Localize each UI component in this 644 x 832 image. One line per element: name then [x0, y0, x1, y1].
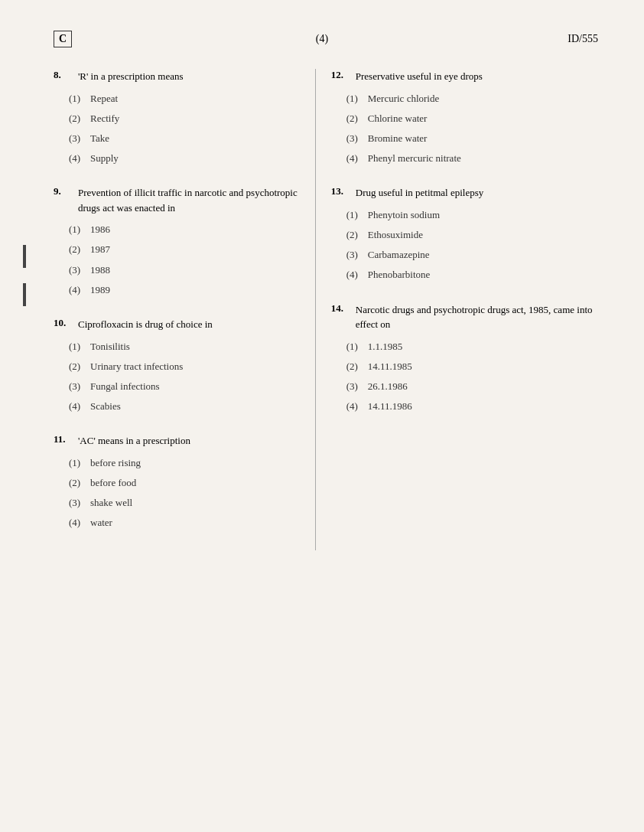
side-mark-2 — [23, 283, 26, 306]
option-12-2-text: Chlorine water — [368, 112, 428, 126]
option-11-4: (4) water — [69, 516, 300, 530]
question-11-options: (1) before rising (2) before food (3) sh… — [69, 456, 300, 530]
option-8-1-num: (1) — [69, 92, 83, 106]
exam-page: C (4) ID/555 8. 'R' in a prescription me… — [0, 0, 644, 832]
option-10-1-text: Tonisilitis — [90, 340, 130, 354]
option-10-3-num: (3) — [69, 380, 83, 393]
question-14-number: 14. — [331, 302, 350, 332]
option-8-1-text: Repeat — [90, 92, 118, 106]
question-13-options: (1) Phenytoin sodium (2) Ethosuximide (3… — [346, 208, 598, 282]
option-12-1-text: Mercuric chloride — [368, 92, 439, 106]
option-14-4-num: (4) — [346, 400, 360, 413]
main-content: 8. 'R' in a prescription means (1) Repea… — [54, 69, 598, 550]
question-9-number: 9. — [54, 185, 72, 215]
option-14-4: (4) 14.11.1986 — [346, 400, 598, 413]
question-9-options: (1) 1986 (2) 1987 (3) 1988 (4) 1989 — [69, 223, 300, 297]
question-12-header: 12. Preservative useful in eye drops — [331, 69, 598, 84]
question-12-text: Preservative useful in eye drops — [356, 69, 483, 84]
option-11-4-text: water — [90, 516, 112, 530]
option-14-4-text: 14.11.1986 — [368, 400, 412, 413]
option-13-3-text: Carbamazepine — [368, 248, 430, 262]
side-mark-1 — [23, 245, 26, 268]
question-11-text: 'AC' means in a prescription — [78, 433, 190, 449]
option-9-4: (4) 1989 — [69, 283, 300, 297]
question-10-number: 10. — [54, 317, 72, 332]
side-marks — [23, 245, 26, 306]
option-14-1-text: 1.1.1985 — [368, 340, 403, 354]
option-13-3: (3) Carbamazepine — [346, 248, 598, 262]
question-10: 10. Ciprofloxacin is drug of choice in (… — [54, 317, 300, 413]
question-9-text: Prevention of illicit traffic in narcoti… — [78, 185, 300, 215]
question-8-text: 'R' in a prescription means — [78, 69, 184, 84]
option-8-2-text: Rectify — [90, 112, 119, 126]
option-10-4-num: (4) — [69, 400, 83, 413]
option-13-3-num: (3) — [346, 248, 360, 262]
question-10-header: 10. Ciprofloxacin is drug of choice in — [54, 317, 300, 332]
question-8: 8. 'R' in a prescription means (1) Repea… — [54, 69, 300, 165]
question-13-header: 13. Drug useful in petitmal epilepsy — [331, 185, 598, 201]
question-14-header: 14. Narcotic drugs and psychotropic drug… — [331, 302, 598, 332]
option-11-2: (2) before food — [69, 476, 300, 490]
question-9-header: 9. Prevention of illicit traffic in narc… — [54, 185, 300, 215]
option-13-4-num: (4) — [346, 268, 360, 282]
option-8-3-text: Take — [90, 132, 109, 145]
option-13-2: (2) Ethosuximide — [346, 228, 598, 242]
question-8-options: (1) Repeat (2) Rectify (3) Take (4) Supp… — [69, 92, 300, 166]
option-12-4-text: Phenyl mercuric nitrate — [368, 152, 461, 165]
question-12-options: (1) Mercuric chloride (2) Chlorine water… — [346, 92, 598, 166]
option-10-2-num: (2) — [69, 360, 83, 374]
question-11: 11. 'AC' means in a prescription (1) bef… — [54, 433, 300, 530]
right-column: 12. Preservative useful in eye drops (1)… — [315, 69, 598, 550]
option-14-1-num: (1) — [346, 340, 360, 354]
option-8-2: (2) Rectify — [69, 112, 300, 126]
option-14-3-text: 26.1.1986 — [368, 380, 408, 393]
option-13-4-text: Phenobarbitone — [368, 268, 431, 282]
option-14-2: (2) 14.11.1985 — [346, 360, 598, 374]
option-11-3-text: shake well — [90, 496, 132, 510]
option-14-1: (1) 1.1.1985 — [346, 340, 598, 354]
option-11-2-num: (2) — [69, 476, 83, 490]
left-column: 8. 'R' in a prescription means (1) Repea… — [54, 69, 315, 550]
option-12-3: (3) Bromine water — [346, 132, 598, 145]
question-8-header: 8. 'R' in a prescription means — [54, 69, 300, 84]
option-11-4-num: (4) — [69, 516, 83, 530]
option-8-1: (1) Repeat — [69, 92, 300, 106]
option-14-3: (3) 26.1.1986 — [346, 380, 598, 393]
question-10-text: Ciprofloxacin is drug of choice in — [78, 317, 213, 332]
option-13-4: (4) Phenobarbitone — [346, 268, 598, 282]
option-10-3: (3) Fungal infections — [69, 380, 300, 393]
option-10-3-text: Fungal infections — [90, 380, 160, 393]
option-12-2: (2) Chlorine water — [346, 112, 598, 126]
option-10-1-num: (1) — [69, 340, 83, 354]
option-10-4: (4) Scabies — [69, 400, 300, 413]
option-13-1-num: (1) — [346, 208, 360, 222]
question-14-text: Narcotic drugs and psychotropic drugs ac… — [356, 302, 598, 332]
option-12-4-num: (4) — [346, 152, 360, 165]
option-11-1-num: (1) — [69, 456, 83, 470]
option-13-2-num: (2) — [346, 228, 360, 242]
option-11-2-text: before food — [90, 476, 136, 490]
question-9: 9. Prevention of illicit traffic in narc… — [54, 185, 300, 297]
option-12-2-num: (2) — [346, 112, 360, 126]
question-13-text: Drug useful in petitmal epilepsy — [356, 185, 484, 201]
header-center: (4) — [316, 33, 328, 45]
question-11-number: 11. — [54, 433, 72, 449]
question-10-options: (1) Tonisilitis (2) Urinary tract infect… — [69, 340, 300, 414]
option-10-2: (2) Urinary tract infections — [69, 360, 300, 374]
option-13-2-text: Ethosuximide — [368, 228, 423, 242]
header-box: C — [54, 31, 72, 47]
option-8-2-num: (2) — [69, 112, 83, 126]
option-13-1: (1) Phenytoin sodium — [346, 208, 598, 222]
option-11-3-num: (3) — [69, 496, 83, 510]
option-9-1-text: 1986 — [90, 223, 110, 237]
option-11-1-text: before rising — [90, 456, 141, 470]
option-10-4-text: Scabies — [90, 400, 121, 413]
option-9-2-text: 1987 — [90, 243, 110, 256]
option-9-3-num: (3) — [69, 263, 83, 277]
question-11-header: 11. 'AC' means in a prescription — [54, 433, 300, 449]
header-id: ID/555 — [568, 33, 598, 45]
option-13-1-text: Phenytoin sodium — [368, 208, 440, 222]
option-9-4-text: 1989 — [90, 283, 110, 297]
option-14-2-num: (2) — [346, 360, 360, 374]
option-9-2-num: (2) — [69, 243, 83, 256]
